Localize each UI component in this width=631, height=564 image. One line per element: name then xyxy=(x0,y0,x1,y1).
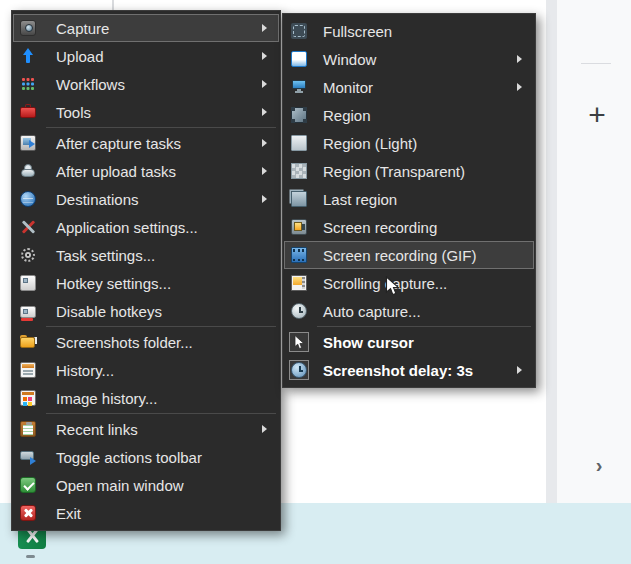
red-x-icon xyxy=(20,505,36,521)
globe-icon xyxy=(20,191,36,207)
menu-item-task-settings[interactable]: Task settings... xyxy=(13,241,279,269)
menu-item-disable-hotkeys[interactable]: Disable hotkeys xyxy=(13,297,279,325)
menu-separator xyxy=(317,326,531,327)
wrench-screwdriver-icon xyxy=(20,219,36,235)
folder-icon xyxy=(20,334,36,350)
region-transparent-icon xyxy=(291,163,307,179)
submenu-item-window[interactable]: Window xyxy=(284,45,534,73)
menu-item-capture[interactable]: Capture xyxy=(13,14,279,42)
screen-recording-icon xyxy=(291,219,307,235)
submenu-item-region[interactable]: Region xyxy=(284,101,534,129)
submenu-item-screen-recording-gif[interactable]: Screen recording (GIF) xyxy=(284,241,534,269)
filmstrip-icon xyxy=(291,247,307,263)
image-arrow-icon xyxy=(20,135,36,151)
submenu-arrow-icon xyxy=(262,167,267,175)
submenu-arrow-icon xyxy=(517,83,522,91)
running-app-indicator xyxy=(26,555,35,558)
cloud-upload-icon xyxy=(20,163,36,179)
clipboard-icon xyxy=(20,421,36,437)
sharex-tray-menu: Capture Upload Workflows Tools After cap… xyxy=(11,10,281,531)
submenu-item-region-transparent[interactable]: Region (Transparent) xyxy=(284,157,534,185)
zoom-in-button[interactable]: + xyxy=(584,98,610,132)
monitor-icon xyxy=(291,79,307,95)
maps-side-panel xyxy=(557,0,631,503)
menu-item-destinations[interactable]: Destinations xyxy=(13,185,279,213)
menu-item-after-upload-tasks[interactable]: After upload tasks xyxy=(13,157,279,185)
capture-submenu: Fullscreen Window Monitor Region Region … xyxy=(282,13,536,388)
menu-item-tools[interactable]: Tools xyxy=(13,98,279,126)
camera-icon xyxy=(20,20,36,36)
submenu-item-monitor[interactable]: Monitor xyxy=(284,73,534,101)
menu-item-hotkey-settings[interactable]: Hotkey settings... xyxy=(13,269,279,297)
submenu-arrow-icon xyxy=(262,108,267,116)
submenu-item-region-light[interactable]: Region (Light) xyxy=(284,129,534,157)
menu-item-open-main-window[interactable]: Open main window xyxy=(13,471,279,499)
checked-icon-box xyxy=(289,332,309,352)
menu-item-recent-links[interactable]: Recent links xyxy=(13,415,279,443)
submenu-arrow-icon xyxy=(262,139,267,147)
menu-item-after-capture-tasks[interactable]: After capture tasks xyxy=(13,129,279,157)
workflows-grid-icon xyxy=(20,76,36,92)
image-grid-icon xyxy=(20,390,36,406)
last-region-icon xyxy=(291,191,307,207)
submenu-item-last-region[interactable]: Last region xyxy=(284,185,534,213)
menu-item-toggle-actions-toolbar[interactable]: Toggle actions toolbar xyxy=(13,443,279,471)
cursor-icon xyxy=(294,335,305,350)
menu-item-upload[interactable]: Upload xyxy=(13,42,279,70)
submenu-item-screen-recording[interactable]: Screen recording xyxy=(284,213,534,241)
submenu-arrow-icon xyxy=(262,425,267,433)
menu-item-application-settings[interactable]: Application settings... xyxy=(13,213,279,241)
keyboard-key-disabled-icon xyxy=(20,306,36,318)
toolbar-window-icon xyxy=(20,449,36,465)
green-check-icon xyxy=(20,477,36,493)
menu-separator xyxy=(46,326,276,327)
gear-icon xyxy=(20,247,36,263)
checked-icon-box xyxy=(289,360,309,380)
submenu-arrow-icon xyxy=(517,55,522,63)
window-icon xyxy=(291,51,307,67)
submenu-item-fullscreen[interactable]: Fullscreen xyxy=(284,17,534,45)
page-divider xyxy=(112,0,114,10)
scrollbar[interactable] xyxy=(546,0,557,503)
fullscreen-icon xyxy=(291,23,307,39)
menu-item-image-history[interactable]: Image history... xyxy=(13,384,279,412)
upload-arrow-icon xyxy=(20,48,36,64)
menu-item-history[interactable]: History... xyxy=(13,356,279,384)
region-icon xyxy=(291,107,307,123)
submenu-arrow-icon xyxy=(517,366,522,374)
collapse-panel-chevron-icon[interactable]: › xyxy=(589,453,609,477)
menu-item-workflows[interactable]: Workflows xyxy=(13,70,279,98)
submenu-item-auto-capture[interactable]: Auto capture... xyxy=(284,297,534,325)
menu-separator xyxy=(46,413,276,414)
history-list-icon xyxy=(20,362,36,378)
scrolling-capture-icon xyxy=(291,275,307,291)
region-light-icon xyxy=(291,135,307,151)
menu-separator xyxy=(46,127,276,128)
keyboard-key-icon xyxy=(20,275,36,291)
menu-item-exit[interactable]: Exit xyxy=(13,499,279,527)
clock-icon xyxy=(291,303,307,319)
submenu-arrow-icon xyxy=(262,52,267,60)
delay-clock-icon xyxy=(291,362,307,378)
submenu-item-screenshot-delay[interactable]: Screenshot delay: 3s xyxy=(284,356,534,384)
zoom-divider xyxy=(581,63,611,64)
submenu-arrow-icon xyxy=(262,195,267,203)
toolbox-icon xyxy=(20,104,36,120)
submenu-arrow-icon xyxy=(262,80,267,88)
submenu-arrow-icon xyxy=(262,24,267,32)
submenu-item-scrolling-capture[interactable]: Scrolling capture... xyxy=(284,269,534,297)
menu-item-screenshots-folder[interactable]: Screenshots folder... xyxy=(13,328,279,356)
submenu-item-show-cursor[interactable]: Show cursor xyxy=(284,328,534,356)
